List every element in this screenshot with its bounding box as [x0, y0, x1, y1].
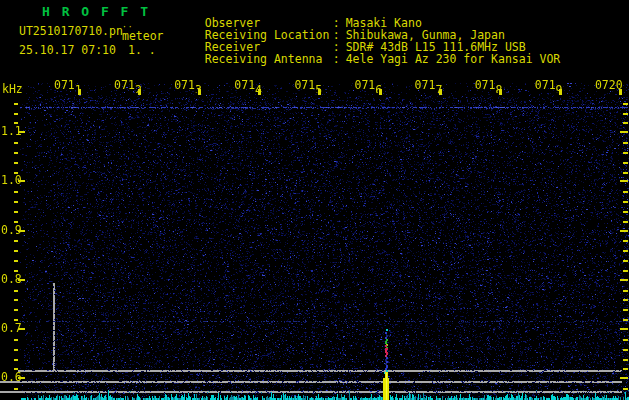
time-axis-label: 0715 — [294, 79, 326, 93]
freq-major-tick-left — [18, 230, 25, 232]
freq-major-tick-right — [620, 377, 628, 379]
frame-filename: UT2510170710.pn — [19, 25, 123, 37]
time-axis-label: 0720 — [595, 79, 627, 93]
freq-minor-tick-left — [14, 240, 18, 242]
freq-major-tick-right — [620, 279, 628, 281]
time-axis-label: 0713 — [174, 79, 206, 93]
frame-datetime: 25.10.17 07:10 — [19, 44, 116, 56]
freq-minor-tick-right — [623, 250, 628, 252]
freq-major-tick-right — [620, 328, 628, 330]
freq-minor-tick-right — [623, 201, 628, 203]
freq-major-tick-left — [18, 131, 25, 133]
freq-minor-tick-left — [14, 211, 18, 213]
freq-minor-tick-left — [14, 172, 18, 174]
freq-minor-tick-left — [14, 260, 18, 262]
freq-minor-tick-right — [623, 368, 628, 370]
freq-minor-tick-right — [623, 122, 628, 124]
freq-minor-tick-right — [623, 349, 628, 351]
freq-major-tick-right — [620, 180, 628, 182]
freq-minor-tick-right — [623, 221, 628, 223]
freq-minor-tick-right — [623, 339, 628, 341]
freq-minor-tick-left — [14, 290, 18, 292]
freq-minor-tick-left — [14, 201, 18, 203]
freq-axis-unit-label: kHz — [2, 83, 23, 95]
time-axis-label: 0716 — [355, 79, 387, 93]
minute-tick — [258, 89, 261, 95]
freq-minor-tick-left — [14, 388, 18, 390]
time-axis-label: 0718 — [475, 79, 507, 93]
minute-tick — [499, 89, 502, 95]
freq-minor-tick-left — [14, 319, 18, 321]
freq-minor-tick-right — [623, 172, 628, 174]
echo-counter: 1. . — [128, 44, 156, 56]
minute-tick — [619, 89, 622, 95]
freq-minor-tick-left — [14, 250, 18, 252]
freq-minor-tick-right — [623, 191, 628, 193]
freq-minor-tick-left — [14, 309, 18, 311]
freq-minor-tick-right — [623, 359, 628, 361]
freq-minor-tick-right — [623, 152, 628, 154]
freq-minor-tick-left — [14, 191, 18, 193]
freq-minor-tick-right — [623, 319, 628, 321]
minute-tick — [138, 89, 141, 95]
freq-minor-tick-left — [14, 359, 18, 361]
freq-minor-tick-right — [623, 260, 628, 262]
freq-major-tick-left — [18, 180, 25, 182]
freq-minor-tick-right — [623, 290, 628, 292]
minute-tick — [439, 89, 442, 95]
minute-tick — [379, 89, 382, 95]
freq-minor-tick-left — [14, 221, 18, 223]
hrofft-window: H R O F F T UT2510170710.pn ·· meteor 25… — [0, 0, 629, 400]
minute-tick — [198, 89, 201, 95]
freq-minor-tick-right — [623, 142, 628, 144]
time-axis-label: 0717 — [415, 79, 447, 93]
freq-major-tick-left — [18, 377, 25, 379]
freq-minor-tick-right — [623, 103, 628, 105]
app-title: H R O F F T — [42, 6, 150, 18]
freq-minor-tick-left — [14, 152, 18, 154]
time-axis-label: 0719 — [535, 79, 567, 93]
time-axis-label: 0712 — [114, 79, 146, 93]
info-value: 4ele Yagi Az 230 for Kansai VOR — [346, 52, 561, 66]
freq-minor-tick-right — [623, 113, 628, 115]
freq-minor-tick-right — [623, 270, 628, 272]
freq-minor-tick-left — [14, 339, 18, 341]
freq-minor-tick-left — [14, 299, 18, 301]
info-label: Receiving Antenna — [205, 53, 333, 65]
time-axis-label: 0711 — [54, 79, 86, 93]
info-row-antenna: Receiving Antenna:4ele Yagi Az 230 for K… — [177, 41, 560, 77]
freq-minor-tick-left — [14, 113, 18, 115]
minute-tick — [318, 89, 321, 95]
freq-minor-tick-right — [623, 162, 628, 164]
freq-minor-tick-right — [623, 240, 628, 242]
time-axis-label: 0714 — [234, 79, 266, 93]
freq-minor-tick-left — [14, 349, 18, 351]
freq-minor-tick-right — [623, 211, 628, 213]
observation-note-label: meteor — [122, 30, 164, 42]
freq-minor-tick-left — [14, 103, 18, 105]
freq-minor-tick-right — [623, 388, 628, 390]
freq-major-tick-right — [620, 230, 628, 232]
freq-minor-tick-left — [14, 122, 18, 124]
minute-tick — [78, 89, 81, 95]
freq-minor-tick-left — [14, 162, 18, 164]
freq-minor-tick-left — [14, 270, 18, 272]
info-colon: : — [333, 52, 340, 66]
freq-minor-tick-left — [14, 142, 18, 144]
freq-major-tick-right — [620, 131, 628, 133]
spectrogram-canvas — [20, 83, 629, 400]
freq-minor-tick-right — [623, 299, 628, 301]
minute-tick — [559, 89, 562, 95]
freq-minor-tick-right — [623, 309, 628, 311]
freq-major-tick-left — [18, 328, 25, 330]
freq-minor-tick-left — [14, 368, 18, 370]
freq-major-tick-left — [18, 279, 25, 281]
